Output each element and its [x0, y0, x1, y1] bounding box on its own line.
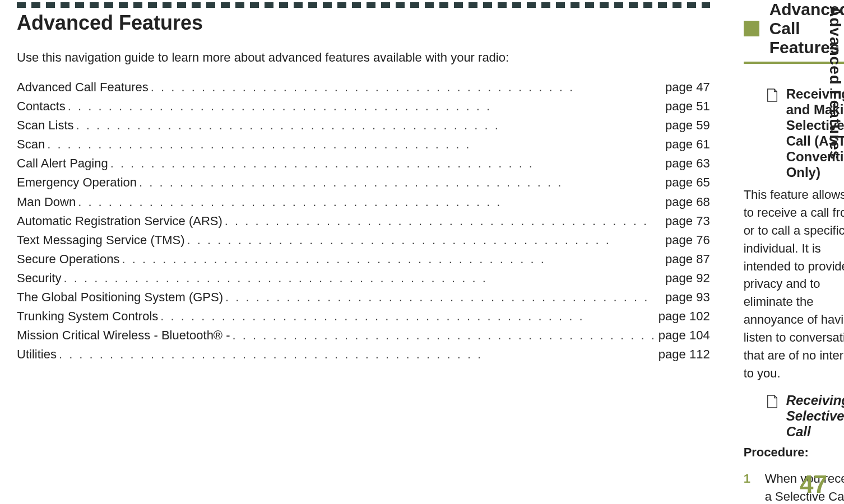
left-title: Advanced Features: [17, 11, 710, 35]
toc-page: page 93: [665, 288, 710, 307]
toc-label: Trunking System Controls: [17, 307, 158, 326]
toc-page: page 104: [658, 326, 710, 345]
toc-line: Man Downpage 68: [17, 193, 710, 212]
toc-page: page 51: [665, 97, 710, 116]
toc-label: Call Alert Paging: [17, 154, 108, 173]
toc-dots: [45, 135, 665, 154]
toc-page: page 112: [658, 345, 710, 364]
toc-dots: [76, 193, 665, 212]
toc-label: Scan Lists: [17, 116, 74, 135]
toc-line: Securitypage 92: [17, 269, 710, 288]
toc-line: The Global Positioning System (GPS)page …: [17, 288, 710, 307]
left-column: Advanced Features Use this navigation gu…: [17, 0, 727, 504]
procedure-label: Procedure:: [744, 445, 844, 460]
toc-line: Mission Critical Wireless - Bluetooth® -…: [17, 326, 710, 345]
toc-page: page 47: [665, 78, 710, 97]
toc-label: Emergency Operation: [17, 173, 137, 192]
toc-dots: [222, 212, 665, 231]
toc-label: Contacts: [17, 97, 66, 116]
sub1-body: This feature allows you to receive a cal…: [744, 186, 844, 382]
toc-label: Man Down: [17, 193, 76, 212]
toc-dots: [119, 250, 665, 269]
toc-line: Trunking System Controlspage 102: [17, 307, 710, 326]
toc-dots: [108, 154, 665, 173]
toc-page: page 73: [665, 212, 710, 231]
toc: Advanced Call Featurespage 47Contactspag…: [17, 78, 710, 364]
toc-dots: [158, 307, 658, 326]
side-tab: Advanced Features: [818, 6, 844, 160]
toc-page: page 65: [665, 173, 710, 192]
toc-label: Mission Critical Wireless - Bluetooth® -: [17, 326, 230, 345]
page-icon: [766, 395, 778, 408]
toc-line: Call Alert Pagingpage 63: [17, 154, 710, 173]
step-1: 1 When you receive a Selective Call, you…: [744, 464, 844, 504]
toc-line: Text Messaging Service (TMS)page 76: [17, 231, 710, 250]
toc-page: page 92: [665, 269, 710, 288]
toc-line: Scan Listspage 59: [17, 116, 710, 135]
toc-dots: [61, 269, 665, 288]
subheading-2-text: Receiving a Selective Call: [786, 393, 844, 440]
toc-dots: [66, 97, 665, 116]
toc-line: Emergency Operationpage 65: [17, 173, 710, 192]
section-bullet-icon: [744, 21, 759, 36]
intro-paragraph: Use this navigation guide to learn more …: [17, 48, 710, 67]
toc-line: Secure Operationspage 87: [17, 250, 710, 269]
dashed-divider: [17, 2, 710, 8]
toc-page: page 76: [665, 231, 710, 250]
toc-line: Utilitiespage 112: [17, 345, 710, 364]
toc-line: Advanced Call Featurespage 47: [17, 78, 710, 97]
toc-dots: [230, 326, 658, 345]
page-number: 47: [800, 470, 827, 498]
toc-label: Automatic Registration Service (ARS): [17, 212, 222, 231]
toc-page: page 102: [658, 307, 710, 326]
toc-dots: [185, 231, 666, 250]
toc-page: page 63: [665, 154, 710, 173]
toc-line: Contactspage 51: [17, 97, 710, 116]
toc-dots: [57, 345, 658, 364]
toc-label: Secure Operations: [17, 250, 119, 269]
page-root: Advanced Features 47 Advanced Features U…: [0, 0, 844, 504]
toc-dots: [149, 78, 665, 97]
toc-label: Text Messaging Service (TMS): [17, 231, 185, 250]
toc-page: page 87: [665, 250, 710, 269]
toc-label: Security: [17, 269, 61, 288]
subheading-2: Receiving a Selective Call: [766, 393, 844, 440]
toc-line: Automatic Registration Service (ARS)page…: [17, 212, 710, 231]
page-icon: [766, 88, 778, 102]
step-number: 1: [744, 470, 755, 504]
toc-page: page 68: [665, 193, 710, 212]
toc-label: Scan: [17, 135, 45, 154]
toc-dots: [223, 288, 665, 307]
steps: 1 When you receive a Selective Call, you…: [744, 464, 844, 504]
toc-dots: [137, 173, 665, 192]
toc-dots: [74, 116, 666, 135]
toc-line: Scanpage 61: [17, 135, 710, 154]
toc-label: The Global Positioning System (GPS): [17, 288, 223, 307]
toc-page: page 59: [665, 116, 710, 135]
toc-label: Advanced Call Features: [17, 78, 149, 97]
toc-label: Utilities: [17, 345, 57, 364]
toc-page: page 61: [665, 135, 710, 154]
